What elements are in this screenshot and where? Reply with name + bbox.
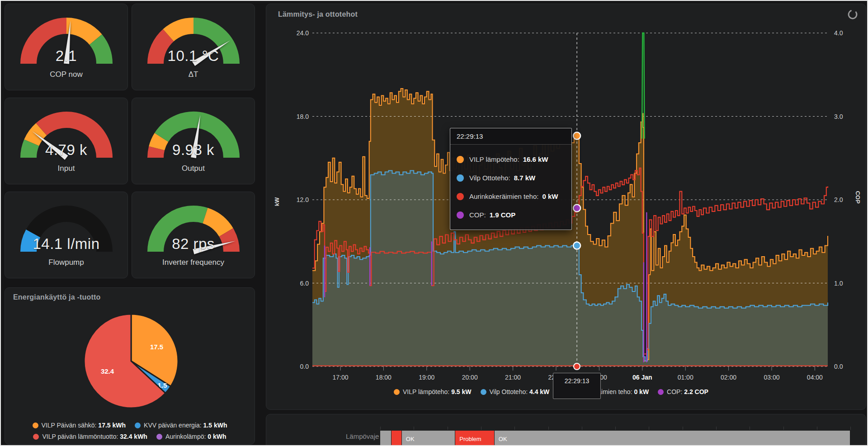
y-tick-label: 6.0: [284, 280, 309, 287]
x-tick-label: 01:00: [672, 374, 699, 381]
gauge-value: 82 rps: [132, 235, 255, 253]
gauge-value: 14.1 l/min: [5, 235, 127, 253]
legend-color-dot: [33, 434, 39, 440]
timeline-segment-problem: Problem: [455, 431, 494, 446]
legend-color-dot: [135, 423, 141, 428]
pie-legend-item[interactable]: VILP päivän lämmöntuotto: 32.4 kWh: [33, 433, 147, 440]
tooltip-row: VILP lämpöteho:16.6 kW: [450, 155, 571, 163]
tooltip-series-dot: [457, 193, 464, 200]
grafana-dashboard: { "colors": { "orange":"#ff9830","blue":…: [0, 0, 868, 446]
pie-legend-item[interactable]: KVV päivän energia: 1.5 kWh: [135, 422, 227, 429]
gauge-arc-segment: [31, 129, 41, 143]
x-tick-label: 20:00: [456, 374, 483, 381]
timeline-segment-ok: OK: [495, 431, 850, 446]
gauge-arc-segment: [66, 26, 96, 39]
gauge-label: Input: [5, 164, 127, 173]
tooltip-series-dot: [457, 174, 464, 182]
legend-color-dot: [394, 389, 400, 395]
x-tick-label: 18:00: [370, 374, 397, 381]
gauge-value: 9.93 k: [132, 141, 255, 159]
gauge-value: 2.1: [5, 47, 127, 65]
hover-marker: [573, 132, 580, 140]
tooltip-row: COP:1.9 COP: [450, 211, 571, 219]
gauge-panel-inverter: 82 rpsInverter frequency: [132, 192, 255, 278]
energy-pie-panel: Energiankäyttö ja -tuotto 17.51.532.4 VI…: [5, 287, 255, 445]
pie-panel-title[interactable]: Energiankäyttö ja -tuotto: [13, 293, 100, 301]
chart-legend-item[interactable]: COP: 2.2 COP: [658, 388, 708, 395]
gauge-value: 4.79 k: [5, 141, 127, 159]
tooltip-row: Vilp Ottoteho:8.7 kW: [450, 174, 571, 182]
gauge-label: Output: [132, 164, 255, 173]
legend-color-dot: [481, 389, 486, 395]
legend-color-dot: [658, 389, 664, 395]
gauge-label: ΔT: [132, 70, 255, 79]
legend-color-dot: [33, 423, 38, 428]
gauge-panel-input: 4.79 kInput: [5, 98, 128, 184]
y-axis-left-unit: kW: [274, 197, 280, 207]
y2-tick-label: 3.0: [834, 113, 843, 120]
x-tick-label: 06 Jan: [629, 374, 656, 381]
gauge-arc-segment: [205, 216, 226, 232]
lampovaje-timeline-panel: Lämpövaje OKProblemOK: [266, 414, 866, 446]
timeline-segment: [392, 431, 401, 446]
tooltip-series-dot: [457, 156, 464, 163]
chart-legend-item[interactable]: VILP lämpöteho: 9.5 kW: [394, 388, 472, 395]
pie-legend-item[interactable]: VILP Päivän sähkö: 17.5 kWh: [33, 422, 126, 429]
chart-legend: VILP lämpöteho: 9.5 kWVilp Ottoteho: 4.4…: [394, 388, 708, 395]
hover-marker: [573, 204, 580, 211]
x-tick-label: 21:00: [500, 374, 527, 381]
tooltip-row: Aurinkokeräimien teho:0 kW: [450, 192, 571, 200]
timeline-segment-ok: OK: [402, 431, 455, 446]
tooltip-series-dot: [457, 211, 464, 219]
gauge-label: Flowpump: [5, 258, 127, 267]
pie-legend-item[interactable]: Aurinkolämpö: 0 kWh: [156, 433, 226, 440]
crosshair-time-box: 22:29:13: [553, 373, 601, 399]
pie-slice-value: 32.4: [101, 367, 114, 375]
timeline-ticks: [380, 427, 850, 430]
hover-marker-red: [573, 363, 580, 370]
pie-slice-value: 17.5: [150, 343, 163, 351]
gauge-arc-segment: [168, 26, 193, 35]
y2-tick-label: 0.0: [834, 363, 843, 370]
y-tick-label: 24.0: [284, 29, 309, 37]
energy-pie-chart[interactable]: 17.51.532.4: [5, 304, 255, 421]
legend-color-dot: [156, 434, 162, 440]
gauge-label: Inverter frequency: [132, 258, 255, 267]
y2-tick-label: 1.0: [834, 280, 843, 287]
y2-tick-label: 4.0: [834, 29, 843, 37]
y-axis-right-unit: COP: [854, 191, 861, 203]
pie-legend-row-2: VILP päivän lämmöntuotto: 32.4 kWhAurink…: [5, 433, 255, 441]
timeline-row-label: Lämpövaje: [346, 432, 379, 440]
y-tick-label: 18.0: [284, 113, 309, 120]
gauge-label: COP now: [5, 70, 127, 79]
gauge-panel-output: 9.93 kOutput: [132, 98, 255, 184]
gauge-value: 10.1 °C: [132, 47, 255, 65]
x-tick-label: 03:00: [758, 374, 785, 381]
y-tick-label: 12.0: [284, 196, 309, 203]
timeline-segment: [380, 431, 391, 446]
refresh-spinner-icon[interactable]: [847, 9, 859, 22]
y-tick-label: 0.0: [284, 363, 309, 370]
x-tick-label: 04:00: [801, 374, 828, 381]
heating-power-chart-panel: Lämmitys- ja ottotehot 0.06.012.018.024.…: [266, 4, 866, 410]
chart-legend-item[interactable]: Vilp Ottoteho: 4.4 kW: [481, 388, 550, 395]
gauge-panel-cop-now: 2.1COP now: [5, 4, 128, 90]
gauge-panel-flowpump: 14.1 l/minFlowpump: [5, 192, 128, 278]
pie-legend-row-1: VILP Päivän sähkö: 17.5 kWhKVV päivän en…: [5, 422, 255, 430]
hover-marker: [573, 242, 580, 249]
gauge-panel-delta-t: 10.1 °CΔT: [132, 4, 255, 90]
x-tick-label: 02:00: [715, 374, 742, 381]
tooltip-timestamp: 22:29:13: [450, 128, 571, 145]
x-tick-label: 17:00: [327, 374, 354, 381]
chart-tooltip: 22:29:13 VILP lämpöteho:16.6 kWVilp Otto…: [450, 128, 572, 230]
state-timeline-bar[interactable]: OKProblemOK: [380, 431, 850, 446]
y2-tick-label: 2.0: [834, 196, 843, 203]
x-tick-label: 19:00: [413, 374, 440, 381]
